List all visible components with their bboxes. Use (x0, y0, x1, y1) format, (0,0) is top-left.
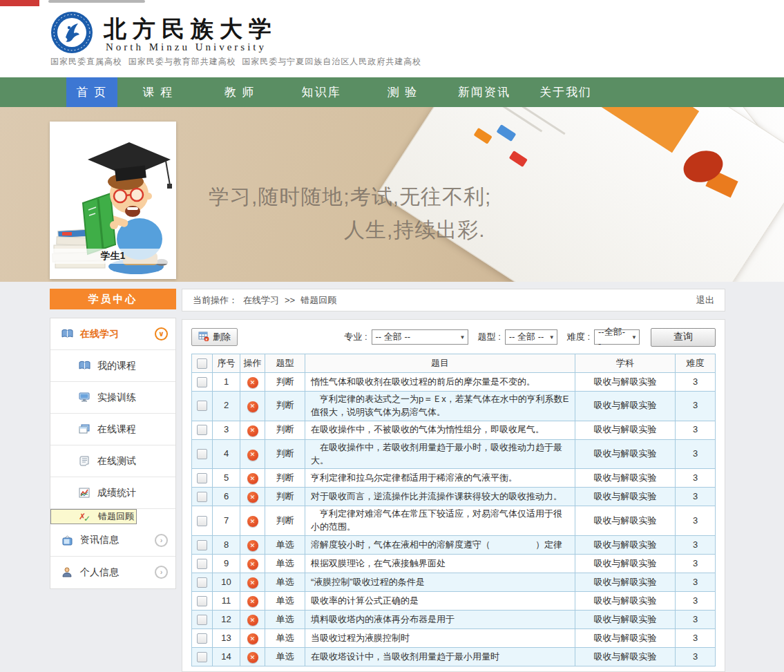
delete-row-icon[interactable]: ✕ (247, 559, 258, 570)
row-checkbox[interactable] (197, 559, 207, 569)
row-number: 6 (213, 488, 240, 506)
nav-item-quiz[interactable]: 测 验 (362, 77, 443, 107)
subject: 吸收与解吸实验 (575, 392, 676, 421)
question-row: 2✕判断 亨利定律的表达式之一为p＝Ｅx，若某气体在水中的亨利系数E值很大，说明… (192, 392, 716, 421)
question-row: 6✕判断对于吸收而言，逆流操作比并流操作课获得较大的吸收推动力。吸收与解吸实验3 (192, 488, 716, 506)
difficulty: 3 (676, 392, 716, 421)
row-checkbox[interactable] (197, 401, 207, 411)
question-type: 单选 (265, 573, 305, 592)
delete-row-icon[interactable]: ✕ (247, 450, 258, 461)
question-row: 9✕单选根据双膜理论，在气液接触界面处吸收与解吸实验3 (192, 555, 716, 573)
question-row: 5✕判断亨利定律和拉乌尔定律都适用于稀溶液的气液平衡。吸收与解吸实验3 (192, 469, 716, 488)
breadcrumb-page: 错题回顾 (300, 294, 336, 307)
sidebar-title[interactable]: 学员中心 (50, 289, 176, 309)
row-checkbox[interactable] (197, 652, 207, 662)
subject: 吸收与解吸实验 (575, 373, 676, 392)
breadcrumb-separator: >> (285, 295, 295, 305)
row-checkbox[interactable] (197, 516, 207, 526)
question-type: 单选 (265, 555, 305, 573)
delete-row-icon[interactable]: ✕ (247, 401, 258, 412)
question-text: 当吸收过程为液膜控制时 (305, 629, 575, 648)
column-header: 序号 (213, 354, 240, 373)
filter-select-question-type[interactable]: -- 全部 --▼ (505, 329, 557, 345)
sidebar-item-score-statistics[interactable]: 成绩统计 (50, 477, 175, 509)
sidebar-item-practical-training[interactable]: 实操训练 (50, 382, 175, 414)
sidebar-item-my-courses[interactable]: 我的课程 (50, 350, 175, 382)
subject: 吸收与解吸实验 (575, 469, 676, 488)
paper-line (489, 107, 542, 132)
filter-select-difficulty[interactable]: --全部--▼ (594, 329, 640, 345)
delete-row-icon[interactable]: ✕ (247, 425, 258, 436)
question-text: 在吸收塔设计中，当吸收剂用量趋于最小用量时 (305, 648, 575, 666)
difficulty: 3 (676, 536, 716, 555)
question-row: 10✕单选“液膜控制”吸收过程的条件是吸收与解吸实验3 (192, 573, 716, 592)
sidebar-item-news-info[interactable]: 资讯信息› (50, 525, 175, 557)
row-checkbox[interactable] (197, 633, 207, 644)
banner-slogan-line2: 人生,持续出彩. (344, 216, 486, 244)
row-checkbox[interactable] (197, 492, 207, 502)
subject: 吸收与解吸实验 (575, 629, 676, 648)
difficulty: 3 (676, 469, 716, 488)
sidebar-item-wrong-question-review[interactable]: ✗✓错题回顾 (50, 509, 137, 524)
row-checkbox[interactable] (197, 377, 207, 387)
breadcrumb-section[interactable]: 在线学习 (243, 294, 279, 307)
row-checkbox[interactable] (197, 473, 207, 483)
filter-select-major[interactable]: -- 全部 --▼ (372, 329, 468, 345)
sidebar-item-personal-info[interactable]: 个人信息› (50, 557, 175, 588)
question-type: 单选 (265, 629, 305, 648)
difficulty: 3 (676, 555, 716, 573)
delete-row-icon[interactable]: ✕ (247, 633, 258, 644)
sidebar-item-online-test[interactable]: 在线测试 (50, 445, 175, 477)
difficulty: 3 (676, 373, 716, 392)
chart-icon (77, 488, 92, 498)
row-number: 5 (213, 469, 240, 488)
query-button[interactable]: 查询 (651, 328, 716, 347)
question-text: 溶解度较小时，气体在液相中的溶解度遵守（ ）定律 (305, 536, 575, 555)
hero-banner: 学习,随时随地;考试,无往不利; 人生,持续出彩. (0, 107, 784, 282)
paper-button-red (509, 151, 528, 167)
delete-row-icon[interactable]: ✕ (247, 540, 258, 551)
nav-item-teachers[interactable]: 教 师 (199, 77, 280, 107)
nav-item-home[interactable]: 首 页 (66, 77, 117, 107)
row-checkbox[interactable] (197, 540, 207, 550)
question-type: 判断 (265, 506, 305, 536)
student-name-label: 学生1 (50, 249, 176, 264)
row-checkbox[interactable] (197, 449, 207, 459)
main-content-panel: x 删除 专业 :-- 全部 --▼题型 :-- 全部 --▼难度 :--全部-… (182, 319, 725, 672)
delete-row-icon[interactable]: ✕ (247, 516, 258, 527)
row-checkbox[interactable] (197, 615, 207, 625)
select-all-checkbox[interactable] (197, 358, 207, 369)
difficulty: 3 (676, 488, 716, 506)
row-number: 12 (213, 611, 240, 629)
row-checkbox[interactable] (197, 425, 207, 435)
logout-link[interactable]: 退出 (696, 294, 714, 307)
difficulty: 3 (676, 611, 716, 629)
delete-row-icon[interactable]: ✕ (247, 492, 258, 503)
nav-item-news[interactable]: 新闻资讯 (443, 77, 525, 107)
delete-row-icon[interactable]: ✕ (247, 377, 258, 388)
row-checkbox[interactable] (197, 577, 207, 588)
subject: 吸收与解吸实验 (575, 592, 676, 611)
question-row: 14✕单选在吸收塔设计中，当吸收剂用量趋于最小用量时吸收与解吸实验3 (192, 648, 716, 666)
nav-item-knowledge-base[interactable]: 知识库 (280, 77, 362, 107)
sidebar-item-online-study[interactable]: 在线学习∨ (50, 318, 175, 350)
student-card[interactable]: 学生1 (50, 122, 176, 279)
questions-table-body: 1✕判断惰性气体和吸收剂在吸收过程的前后的摩尔量是不变的。吸收与解吸实验32✕判… (192, 373, 716, 666)
nav-item-courses[interactable]: 课 程 (117, 77, 199, 107)
book-icon (77, 361, 92, 371)
delete-button[interactable]: x 删除 (191, 328, 238, 346)
nav-menu: 首 页课 程教 师知识库测 验新闻资讯关于我们 (0, 77, 784, 107)
question-row: 4✕判断 在吸收操作中，若吸收剂用量趋于最小时，吸收推动力趋于最大。吸收与解吸实… (192, 439, 716, 469)
university-name-en: North Minzu University (106, 41, 267, 53)
delete-row-icon[interactable]: ✕ (247, 596, 258, 607)
delete-row-icon[interactable]: ✕ (247, 652, 258, 663)
filter-label-question-type: 题型 : (478, 331, 501, 343)
delete-row-icon[interactable]: ✕ (247, 473, 258, 484)
nav-item-about-us[interactable]: 关于我们 (525, 77, 606, 107)
svg-text:✓: ✓ (84, 514, 90, 522)
delete-row-icon[interactable]: ✕ (247, 577, 258, 588)
row-checkbox[interactable] (197, 596, 207, 606)
delete-row-icon[interactable]: ✕ (247, 615, 258, 626)
sidebar-item-online-courses[interactable]: 在线课程 (50, 414, 175, 445)
paper-button-orange (474, 128, 493, 144)
